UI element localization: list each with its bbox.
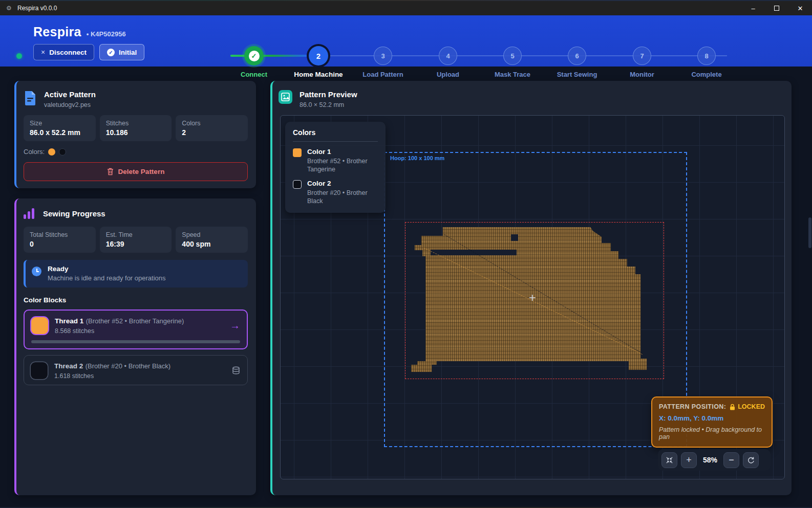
position-label: PATTERN POSITION: — [659, 403, 726, 410]
thread-name: Thread 1 — [55, 317, 83, 325]
step-label: Home Machine — [294, 71, 343, 78]
active-pattern-card: Active Pattern valetudogv2.pes Size 86.0… — [14, 81, 256, 188]
thread-progress-bar — [31, 340, 240, 343]
legend-swatch-orange — [293, 148, 302, 157]
window-controls: – ✕ — [741, 1, 812, 15]
initial-button[interactable]: ✓ Initial — [99, 44, 144, 60]
refresh-icon — [747, 456, 755, 464]
locked-badge: LOCKED — [738, 403, 765, 410]
thread-1-block[interactable]: Thread 1 (Brother #52 • Brother Tangerin… — [24, 310, 248, 349]
clock-icon — [32, 267, 41, 276]
page-scrollbar[interactable] — [808, 67, 812, 508]
pattern-filename: valetudogv2.pes — [44, 101, 96, 108]
disconnect-label: Disconnect — [49, 49, 87, 56]
maximize-button[interactable] — [765, 1, 788, 15]
machine-status-banner: Ready Machine is idle and ready for oper… — [24, 260, 248, 288]
color-blocks-heading: Color Blocks — [24, 296, 248, 304]
sewing-progress-card: Sewing Progress Total Stitches 0 Est. Ti… — [14, 198, 256, 495]
thread-2-block[interactable]: Thread 2 (Brother #20 • Brother Black) 1… — [24, 355, 248, 385]
zoom-toolbar: + 58% − — [658, 449, 771, 471]
step-label: Mask Trace — [495, 71, 530, 78]
image-icon — [279, 90, 292, 104]
thread-detail: (Brother #20 • Brother Black) — [86, 362, 170, 370]
pattern-dimensions: 86.0 × 52.2 mm — [300, 101, 357, 108]
app-window: ⚙ Respira v0.0.0 – ✕ Respira • K4P502956… — [0, 0, 812, 508]
legend-title: Colors — [293, 128, 378, 142]
app-header: Respira • K4P502956 × Disconnect ✓ Initi… — [0, 15, 812, 67]
scrollbar-thumb[interactable] — [808, 217, 811, 248]
colors-label: Colors: — [24, 148, 45, 156]
card-title: Active Pattern — [44, 90, 96, 99]
initial-label: Initial — [119, 49, 137, 56]
disconnect-button[interactable]: × Disconnect — [33, 44, 94, 60]
step-circle: 6 — [568, 47, 586, 65]
step-label: Upload — [437, 71, 459, 78]
step-circle: 5 — [503, 47, 522, 65]
pattern-gap — [511, 234, 518, 241]
canvas-crosshair: + — [526, 292, 539, 304]
lock-icon — [730, 404, 735, 410]
step-label: Connect — [241, 71, 267, 78]
step-circle: 7 — [633, 47, 651, 65]
stat-total-stitches: Total Stitches 0 — [24, 227, 96, 253]
maximize-icon — [774, 6, 779, 11]
window-title: Respira v0.0.0 — [17, 5, 57, 12]
step-label: Complete — [691, 71, 721, 78]
color-swatch-black — [59, 148, 66, 156]
step-circle: 3 — [374, 47, 392, 65]
status-title: Ready — [48, 265, 166, 273]
stat-size: Size 86.0 x 52.2 mm — [24, 115, 96, 141]
minus-icon: − — [729, 455, 734, 466]
machine-serial: • K4P502956 — [87, 30, 126, 38]
step-label: Load Pattern — [362, 71, 403, 78]
position-hint: Pattern locked • Drag background to pan — [659, 426, 765, 440]
connection-status-dot — [16, 53, 22, 59]
step-label: Start Sewing — [557, 71, 597, 78]
thread-name: Thread 2 — [54, 362, 83, 370]
check-icon: ✓ — [249, 51, 260, 61]
titlebar: ⚙ Respira v0.0.0 – ✕ — [0, 1, 812, 15]
zoom-level: 58% — [700, 456, 720, 464]
reset-view-button[interactable] — [743, 452, 759, 468]
close-button[interactable]: ✕ — [788, 1, 812, 15]
app-icon: ⚙ — [6, 5, 13, 12]
stat-speed: Speed 400 spm — [176, 227, 248, 253]
file-icon — [24, 90, 37, 105]
card-title: Pattern Preview — [300, 90, 357, 99]
zoom-in-button[interactable]: + — [681, 452, 697, 468]
wizard-stepper: ✓ Connect 2 Home Machine 3 Load Pattern … — [230, 36, 727, 80]
preview-canvas[interactable]: Hoop: 100 x 100 mm + Colors Color 1 Brot… — [280, 115, 785, 479]
plus-icon: + — [686, 455, 692, 466]
delete-pattern-button[interactable]: Delete Pattern — [24, 162, 248, 181]
stat-est-time: Est. Time 16:39 — [100, 227, 172, 253]
compress-icon — [666, 456, 673, 464]
step-active-circle: 2 — [309, 46, 328, 65]
brand-title: Respira — [33, 25, 81, 39]
status-description: Machine is idle and ready for operations — [48, 274, 166, 282]
x-icon: × — [41, 48, 45, 56]
colors-legend: Colors Color 1 Brother #52 • Brother Tan… — [285, 122, 386, 213]
stepper-connector-done — [230, 55, 307, 57]
delete-pattern-label: Delete Pattern — [118, 168, 165, 175]
fit-view-button[interactable] — [661, 452, 677, 468]
color-swatch-orange — [48, 148, 55, 156]
thread-detail: (Brother #52 • Brother Tangerine) — [86, 317, 184, 325]
hoop-label: Hoop: 100 x 100 mm — [390, 155, 444, 161]
check-circle-icon: ✓ — [107, 49, 115, 56]
step-circle: 8 — [697, 47, 716, 65]
minimize-button[interactable]: – — [741, 1, 765, 15]
step-label: Monitor — [630, 71, 654, 78]
pattern-preview-card: Pattern Preview 86.0 × 52.2 mm Hoop: 100… — [270, 81, 792, 495]
card-title: Sewing Progress — [43, 209, 105, 218]
stat-stitches: Stitches 10.186 — [100, 115, 172, 141]
layers-icon — [231, 366, 241, 375]
thread-1-swatch — [31, 317, 48, 334]
thread-2-swatch — [31, 362, 48, 379]
thread-stitch-count: 1.618 stitches — [54, 372, 170, 380]
trash-icon — [107, 168, 114, 175]
close-icon: ✕ — [798, 5, 803, 12]
position-coordinates: X: 0.0mm, Y: 0.0mm — [659, 414, 765, 422]
legend-item-color1: Color 1 Brother #52 • Brother Tangerine — [293, 148, 378, 173]
zoom-out-button[interactable]: − — [723, 452, 739, 468]
legend-swatch-black — [293, 180, 302, 189]
